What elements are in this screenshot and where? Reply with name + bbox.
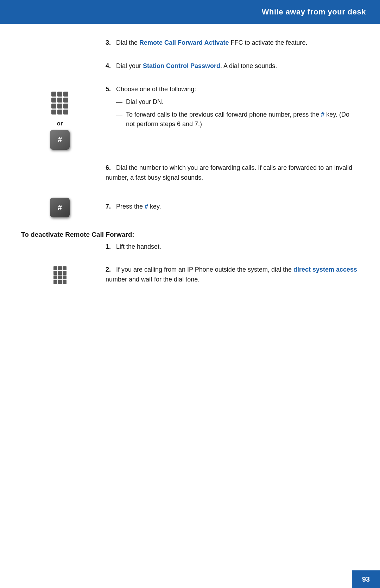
sub-item-2: — To forward calls to the previous call …: [116, 110, 359, 130]
keypad-dot-s: [58, 266, 62, 270]
step-7-number: 7.: [106, 203, 111, 210]
hash-link-2: #: [145, 203, 148, 210]
sub-item-1: — Dial your DN.: [116, 97, 359, 107]
deactivate-step-2-icon-col: [21, 265, 99, 284]
dash-icon-2: —: [116, 110, 122, 120]
step-4-icon: [21, 61, 99, 63]
keypad-dot: [51, 104, 56, 109]
step-5-text: 5. Choose one of the following: — Dial y…: [99, 85, 359, 132]
keypad-dot: [51, 92, 56, 97]
deactivate-step-1-text: 1. Lift the handset.: [99, 242, 359, 252]
keypad-dot-s: [53, 276, 57, 279]
keypad-dot-s: [58, 276, 62, 279]
step-4-number: 4.: [106, 62, 111, 69]
keypad-dot: [57, 92, 62, 97]
keypad-grid-icon: [51, 92, 68, 114]
step-4-text: 4. Dial your Station Control Password. A…: [99, 61, 359, 71]
keypad-dot-s: [63, 276, 66, 279]
step-6-row: 6. Dial the number to which you are forw…: [21, 163, 359, 183]
deactivate-step-1-number: 1.: [106, 243, 111, 250]
dash-icon: —: [116, 97, 122, 107]
keypad-dot: [51, 110, 56, 114]
step-5-sublist: — Dial your DN. — To forward calls to th…: [106, 97, 359, 130]
step-6-text: 6. Dial the number to which you are forw…: [99, 163, 359, 183]
rcf-activate-link: Remote Call Forward Activate: [139, 39, 229, 46]
step-5-number: 5.: [106, 86, 111, 93]
step-5-row: or # 5. Choose one of the following: — D…: [21, 85, 359, 150]
hash-key-icon: #: [50, 130, 70, 150]
step-3-number: 3.: [106, 39, 111, 46]
keypad-dot: [57, 98, 62, 103]
deactivate-step-1-row: 1. Lift the handset.: [21, 242, 359, 252]
keypad-dot-s: [63, 280, 66, 284]
header-title: While away from your desk: [262, 7, 366, 17]
keypad-dot: [51, 98, 56, 103]
keypad-dot-s: [53, 266, 57, 270]
deactivate-heading-row: To deactivate Remote Call Forward:: [21, 231, 359, 239]
step-4-row: 4. Dial your Station Control Password. A…: [21, 61, 359, 71]
deactivate-heading: To deactivate Remote Call Forward:: [21, 231, 134, 238]
sub-item-2-text: To forward calls to the previous call fo…: [126, 110, 359, 130]
step-7-row: # 7. Press the # key.: [21, 196, 359, 217]
step-3-text: 3. Dial the Remote Call Forward Activate…: [99, 38, 359, 48]
step-6-icon: [21, 163, 99, 165]
or-label: or: [57, 120, 63, 127]
page-number-bar: 93: [352, 570, 380, 588]
keypad-dot: [63, 104, 68, 109]
scp-link: Station Control Password: [143, 62, 220, 69]
deactivate-step-2-text: 2. If you are calling from an IP Phone o…: [99, 265, 359, 285]
step-7-icon-col: #: [21, 196, 99, 217]
keypad-dot: [63, 92, 68, 97]
step-3-icon: [21, 38, 99, 39]
keypad-dot-s: [58, 271, 62, 275]
direct-system-access-link: direct system access: [293, 266, 357, 273]
keypad-dot-s: [63, 271, 66, 275]
sub-item-1-text: Dial your DN.: [126, 97, 164, 107]
keypad-dot: [63, 98, 68, 103]
step-6-number: 6.: [106, 164, 111, 171]
hash-link-1: #: [321, 111, 324, 118]
keypad-grid-small-icon: [53, 266, 66, 284]
header-bar: While away from your desk: [0, 0, 380, 24]
deactivate-step-2-number: 2.: [106, 266, 111, 273]
keypad-dot-s: [53, 271, 57, 275]
deactivate-step-2-row: 2. If you are calling from an IP Phone o…: [21, 265, 359, 285]
keypad-dot: [57, 104, 62, 109]
step-7-text: 7. Press the # key.: [99, 202, 359, 212]
step-3-row: 3. Dial the Remote Call Forward Activate…: [21, 38, 359, 48]
deactivate-step-1-icon: [21, 242, 99, 243]
keypad-dot-s: [53, 280, 57, 284]
hash-key-dark-icon: #: [50, 198, 70, 217]
keypad-dot: [63, 110, 68, 114]
keypad-dot-s: [63, 266, 66, 270]
keypad-dot: [57, 110, 62, 114]
step-5-icon-col: or #: [21, 85, 99, 150]
page-content: 3. Dial the Remote Call Forward Activate…: [0, 24, 380, 319]
page-number: 93: [362, 575, 370, 583]
keypad-dot-s: [58, 280, 62, 284]
